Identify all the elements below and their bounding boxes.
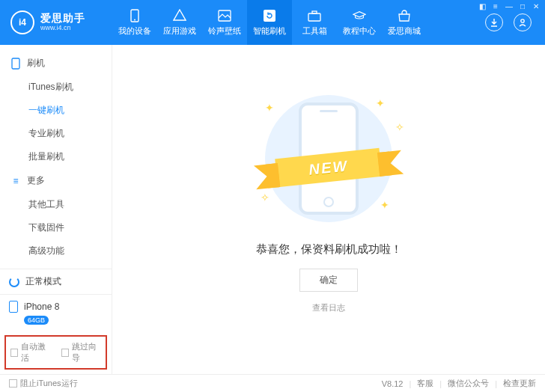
svg-rect-4: [308, 13, 320, 21]
checkbox-block-itunes[interactable]: 阻止iTunes运行: [9, 378, 78, 389]
svg-point-1: [134, 19, 136, 20]
window-controls: ◧ ≡ ― □ ✕: [478, 1, 541, 10]
mode-label: 正常模式: [25, 275, 61, 288]
sidebar-cat-label: 更多: [27, 174, 45, 187]
nav-apps[interactable]: 应用游戏: [157, 0, 202, 45]
checkbox-skip-guide[interactable]: 跳过向导: [61, 341, 102, 364]
checkbox-box: [9, 379, 17, 388]
wechat-link[interactable]: 微信公众号: [448, 378, 489, 389]
sidebar-item-other-tools[interactable]: 其他工具: [0, 193, 112, 216]
phone-icon: [10, 58, 21, 69]
nav-my-device[interactable]: 我的设备: [112, 0, 157, 45]
logo-icon: i4: [10, 10, 34, 34]
brand-url: www.i4.cn: [40, 25, 85, 32]
svg-point-6: [521, 19, 524, 22]
sidebar-cat-label: 刷机: [27, 57, 45, 70]
loading-icon: [9, 277, 19, 287]
sidebar-item-download-fw[interactable]: 下载固件: [0, 216, 112, 239]
menu-icon: ≡: [10, 176, 21, 186]
close-icon[interactable]: ✕: [532, 1, 541, 10]
device-name: iPhone 8: [24, 301, 59, 312]
top-nav: 我的设备 应用游戏 铃声壁纸 智能刷机 工具箱 教程中心 爱思商城: [112, 0, 478, 45]
download-button[interactable]: [485, 13, 503, 31]
sidebar-item-advanced[interactable]: 高级功能: [0, 239, 112, 263]
nav-label: 智能刷机: [253, 25, 286, 37]
sidebar-item-pro-flash[interactable]: 专业刷机: [0, 122, 112, 145]
svg-rect-7: [12, 58, 19, 69]
checkbox-auto-activate[interactable]: 自动激活: [10, 341, 51, 364]
minimize-icon[interactable]: ―: [505, 1, 514, 10]
support-link[interactable]: 客服: [417, 378, 433, 389]
nav-label: 我的设备: [118, 25, 151, 37]
check-update-link[interactable]: 检查更新: [503, 378, 536, 389]
success-message: 恭喜您，保资料刷机成功啦！: [256, 242, 402, 257]
sidebar-item-itunes-flash[interactable]: iTunes刷机: [0, 76, 112, 99]
nav-flash[interactable]: 智能刷机: [247, 0, 292, 45]
mode-status[interactable]: 正常模式: [0, 269, 112, 294]
top-header: i4 爱思助手 www.i4.cn 我的设备 应用游戏 铃声壁纸 智能刷机 工具…: [0, 0, 545, 45]
image-icon: [218, 9, 231, 22]
refresh-icon: [263, 9, 276, 22]
sidebar: 刷机 iTunes刷机 一键刷机 专业刷机 批量刷机 ≡ 更多 其他工具 下载固…: [0, 45, 112, 374]
nav-toolbox[interactable]: 工具箱: [292, 0, 337, 45]
svg-rect-3: [264, 10, 275, 22]
device-box[interactable]: iPhone 8 64GB: [0, 294, 112, 331]
nav-label: 应用游戏: [163, 25, 196, 37]
graduation-icon: [353, 9, 366, 22]
sidebar-item-batch-flash[interactable]: 批量刷机: [0, 145, 112, 168]
sparkle-icon: ✦: [265, 102, 274, 114]
checkbox-label: 自动激活: [21, 341, 50, 364]
sparkle-icon: ✧: [395, 121, 404, 133]
checkbox-box: [10, 349, 18, 357]
storage-badge: 64GB: [24, 316, 49, 325]
options-row: 自动激活 跳过向导: [4, 335, 107, 370]
maximize-icon[interactable]: □: [518, 1, 527, 10]
apps-icon: [173, 9, 186, 22]
sidebar-cat-flash[interactable]: 刷机: [0, 51, 112, 76]
checkbox-label: 阻止iTunes运行: [20, 378, 78, 389]
ok-button[interactable]: 确定: [299, 269, 358, 292]
checkbox-label: 跳过向导: [72, 341, 101, 364]
account-button[interactable]: [514, 13, 532, 31]
toolbox-icon: [308, 9, 321, 22]
nav-label: 教程中心: [343, 25, 376, 37]
sparkle-icon: ✦: [376, 97, 385, 109]
sidebar-cat-more[interactable]: ≡ 更多: [0, 168, 112, 193]
skin-icon[interactable]: ◧: [478, 1, 487, 10]
nav-ringtones[interactable]: 铃声壁纸: [202, 0, 247, 45]
view-log-link[interactable]: 查看日志: [312, 302, 345, 313]
phone-icon: [9, 301, 18, 313]
sidebar-item-onekey-flash[interactable]: 一键刷机: [0, 99, 112, 122]
menu-icon[interactable]: ≡: [491, 1, 500, 10]
nav-label: 爱思商城: [388, 25, 421, 37]
status-bar: 阻止iTunes运行 V8.12 | 客服 | 微信公众号 | 检查更新: [0, 374, 545, 392]
nav-store[interactable]: 爱思商城: [382, 0, 427, 45]
nav-label: 工具箱: [302, 25, 327, 37]
nav-label: 铃声壁纸: [208, 25, 241, 37]
sparkle-icon: ✦: [380, 199, 389, 211]
success-illustration: ✦ ✦ ✧ ✦ ✧ NEW: [243, 91, 415, 226]
brand-area: i4 爱思助手 www.i4.cn: [0, 0, 112, 45]
svg-rect-5: [312, 11, 317, 13]
sparkle-icon: ✧: [261, 192, 270, 203]
body: 刷机 iTunes刷机 一键刷机 专业刷机 批量刷机 ≡ 更多 其他工具 下载固…: [0, 45, 545, 374]
device-icon: [128, 9, 141, 22]
store-icon: [398, 9, 411, 22]
version-label: V8.12: [382, 379, 404, 388]
brand-title: 爱思助手: [40, 13, 85, 24]
main-panel: ✦ ✦ ✧ ✦ ✧ NEW 恭喜您，保资料刷机成功啦！ 确定 查看日志: [112, 45, 545, 374]
nav-tutorials[interactable]: 教程中心: [337, 0, 382, 45]
checkbox-box: [61, 349, 69, 357]
